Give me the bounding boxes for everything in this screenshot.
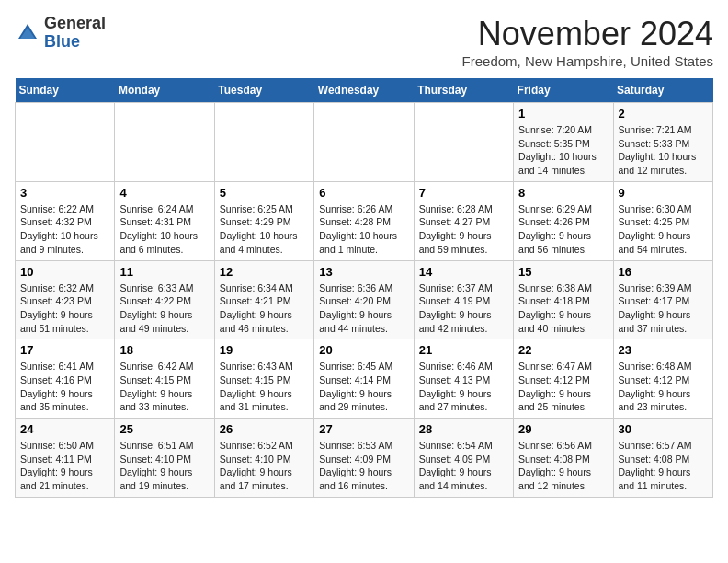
day-info: Sunrise: 6:46 AM Sunset: 4:13 PM Dayligh… <box>419 360 508 414</box>
calendar-cell: 22Sunrise: 6:47 AM Sunset: 4:12 PM Dayli… <box>514 339 613 419</box>
day-info: Sunrise: 6:28 AM Sunset: 4:27 PM Dayligh… <box>419 202 508 257</box>
calendar-cell <box>115 103 214 182</box>
day-number: 9 <box>619 186 708 200</box>
calendar-cell: 21Sunrise: 6:46 AM Sunset: 4:13 PM Dayli… <box>414 339 513 419</box>
day-number: 1 <box>518 107 608 121</box>
calendar-cell: 12Sunrise: 6:34 AM Sunset: 4:21 PM Dayli… <box>214 260 313 339</box>
day-number: 30 <box>619 422 708 436</box>
day-number: 5 <box>220 186 309 200</box>
weekday-header: Sunday <box>16 78 115 103</box>
logo: General Blue <box>15 15 106 52</box>
day-info: Sunrise: 7:21 AM Sunset: 5:33 PM Dayligh… <box>619 123 708 178</box>
calendar-cell <box>314 103 414 182</box>
day-info: Sunrise: 6:22 AM Sunset: 4:32 PM Dayligh… <box>20 202 109 257</box>
day-number: 6 <box>319 186 408 200</box>
calendar-cell: 9Sunrise: 6:30 AM Sunset: 4:25 PM Daylig… <box>613 181 712 260</box>
calendar-cell: 26Sunrise: 6:52 AM Sunset: 4:10 PM Dayli… <box>214 419 313 498</box>
day-number: 14 <box>419 265 508 279</box>
calendar-week-row: 17Sunrise: 6:41 AM Sunset: 4:16 PM Dayli… <box>16 339 713 419</box>
calendar-cell: 29Sunrise: 6:56 AM Sunset: 4:08 PM Dayli… <box>514 419 613 498</box>
calendar-cell: 15Sunrise: 6:38 AM Sunset: 4:18 PM Dayli… <box>514 260 613 339</box>
day-info: Sunrise: 6:41 AM Sunset: 4:16 PM Dayligh… <box>20 360 109 414</box>
weekday-header: Thursday <box>414 78 513 103</box>
calendar-table: SundayMondayTuesdayWednesdayThursdayFrid… <box>15 78 713 498</box>
calendar-cell: 17Sunrise: 6:41 AM Sunset: 4:16 PM Dayli… <box>16 339 115 419</box>
logo-icon <box>15 20 40 46</box>
day-number: 26 <box>220 422 309 436</box>
weekday-header: Wednesday <box>314 78 414 103</box>
day-number: 2 <box>619 107 708 121</box>
day-info: Sunrise: 6:25 AM Sunset: 4:29 PM Dayligh… <box>220 202 309 257</box>
day-number: 23 <box>619 343 708 357</box>
calendar-cell: 8Sunrise: 6:29 AM Sunset: 4:26 PM Daylig… <box>514 181 613 260</box>
calendar-cell: 19Sunrise: 6:43 AM Sunset: 4:15 PM Dayli… <box>214 339 313 419</box>
calendar-cell: 11Sunrise: 6:33 AM Sunset: 4:22 PM Dayli… <box>115 260 214 339</box>
day-info: Sunrise: 7:20 AM Sunset: 5:35 PM Dayligh… <box>518 123 608 178</box>
calendar-cell: 25Sunrise: 6:51 AM Sunset: 4:10 PM Dayli… <box>115 419 214 498</box>
day-info: Sunrise: 6:24 AM Sunset: 4:31 PM Dayligh… <box>119 202 209 257</box>
month-title: November 2024 <box>462 15 713 53</box>
day-info: Sunrise: 6:56 AM Sunset: 4:08 PM Dayligh… <box>518 439 608 493</box>
day-number: 18 <box>119 343 209 357</box>
calendar-header: SundayMondayTuesdayWednesdayThursdayFrid… <box>16 78 713 103</box>
calendar-cell: 13Sunrise: 6:36 AM Sunset: 4:20 PM Dayli… <box>314 260 414 339</box>
day-number: 24 <box>20 422 109 436</box>
calendar-cell: 20Sunrise: 6:45 AM Sunset: 4:14 PM Dayli… <box>314 339 414 419</box>
logo-general-text: General <box>44 14 106 32</box>
calendar-cell: 7Sunrise: 6:28 AM Sunset: 4:27 PM Daylig… <box>414 181 513 260</box>
day-info: Sunrise: 6:37 AM Sunset: 4:19 PM Dayligh… <box>419 282 508 336</box>
calendar-cell: 6Sunrise: 6:26 AM Sunset: 4:28 PM Daylig… <box>314 181 414 260</box>
calendar-cell: 16Sunrise: 6:39 AM Sunset: 4:17 PM Dayli… <box>613 260 712 339</box>
calendar-cell <box>414 103 513 182</box>
day-info: Sunrise: 6:36 AM Sunset: 4:20 PM Dayligh… <box>319 282 408 336</box>
calendar-cell: 3Sunrise: 6:22 AM Sunset: 4:32 PM Daylig… <box>16 181 115 260</box>
calendar-cell: 18Sunrise: 6:42 AM Sunset: 4:15 PM Dayli… <box>115 339 214 419</box>
calendar-cell: 2Sunrise: 7:21 AM Sunset: 5:33 PM Daylig… <box>613 103 712 182</box>
weekday-header: Saturday <box>613 78 712 103</box>
day-info: Sunrise: 6:34 AM Sunset: 4:21 PM Dayligh… <box>220 282 309 336</box>
calendar-cell: 28Sunrise: 6:54 AM Sunset: 4:09 PM Dayli… <box>414 419 513 498</box>
day-number: 19 <box>220 343 309 357</box>
calendar-cell: 27Sunrise: 6:53 AM Sunset: 4:09 PM Dayli… <box>314 419 414 498</box>
calendar-cell: 10Sunrise: 6:32 AM Sunset: 4:23 PM Dayli… <box>16 260 115 339</box>
day-info: Sunrise: 6:33 AM Sunset: 4:22 PM Dayligh… <box>119 282 209 336</box>
day-number: 22 <box>518 343 608 357</box>
day-number: 17 <box>20 343 109 357</box>
day-number: 3 <box>20 186 109 200</box>
weekday-header: Monday <box>115 78 214 103</box>
calendar-cell: 24Sunrise: 6:50 AM Sunset: 4:11 PM Dayli… <box>16 419 115 498</box>
day-number: 12 <box>220 265 309 279</box>
calendar-cell: 30Sunrise: 6:57 AM Sunset: 4:08 PM Dayli… <box>613 419 712 498</box>
day-info: Sunrise: 6:52 AM Sunset: 4:10 PM Dayligh… <box>220 439 309 493</box>
day-info: Sunrise: 6:47 AM Sunset: 4:12 PM Dayligh… <box>518 360 608 414</box>
header: General Blue November 2024 Freedom, New … <box>15 15 713 69</box>
calendar-week-row: 24Sunrise: 6:50 AM Sunset: 4:11 PM Dayli… <box>16 419 713 498</box>
day-info: Sunrise: 6:48 AM Sunset: 4:12 PM Dayligh… <box>619 360 708 414</box>
day-number: 15 <box>518 265 608 279</box>
calendar-cell: 1Sunrise: 7:20 AM Sunset: 5:35 PM Daylig… <box>514 103 613 182</box>
day-number: 20 <box>319 343 408 357</box>
title-area: November 2024 Freedom, New Hampshire, Un… <box>462 15 713 69</box>
day-number: 4 <box>119 186 209 200</box>
calendar-cell <box>16 103 115 182</box>
calendar-cell: 14Sunrise: 6:37 AM Sunset: 4:19 PM Dayli… <box>414 260 513 339</box>
day-number: 28 <box>419 422 508 436</box>
day-info: Sunrise: 6:42 AM Sunset: 4:15 PM Dayligh… <box>119 360 209 414</box>
day-number: 10 <box>20 265 109 279</box>
calendar-cell: 23Sunrise: 6:48 AM Sunset: 4:12 PM Dayli… <box>613 339 712 419</box>
calendar-week-row: 3Sunrise: 6:22 AM Sunset: 4:32 PM Daylig… <box>16 181 713 260</box>
day-number: 8 <box>518 186 608 200</box>
day-number: 27 <box>319 422 408 436</box>
calendar-week-row: 1Sunrise: 7:20 AM Sunset: 5:35 PM Daylig… <box>16 103 713 182</box>
day-info: Sunrise: 6:51 AM Sunset: 4:10 PM Dayligh… <box>119 439 209 493</box>
day-info: Sunrise: 6:29 AM Sunset: 4:26 PM Dayligh… <box>518 202 608 257</box>
day-info: Sunrise: 6:38 AM Sunset: 4:18 PM Dayligh… <box>518 282 608 336</box>
weekday-header: Friday <box>514 78 613 103</box>
day-number: 16 <box>619 265 708 279</box>
day-info: Sunrise: 6:53 AM Sunset: 4:09 PM Dayligh… <box>319 439 408 493</box>
logo-blue-text: Blue <box>44 32 80 51</box>
day-info: Sunrise: 6:45 AM Sunset: 4:14 PM Dayligh… <box>319 360 408 414</box>
weekday-header: Tuesday <box>214 78 313 103</box>
day-info: Sunrise: 6:39 AM Sunset: 4:17 PM Dayligh… <box>619 282 708 336</box>
location: Freedom, New Hampshire, United States <box>462 53 713 69</box>
